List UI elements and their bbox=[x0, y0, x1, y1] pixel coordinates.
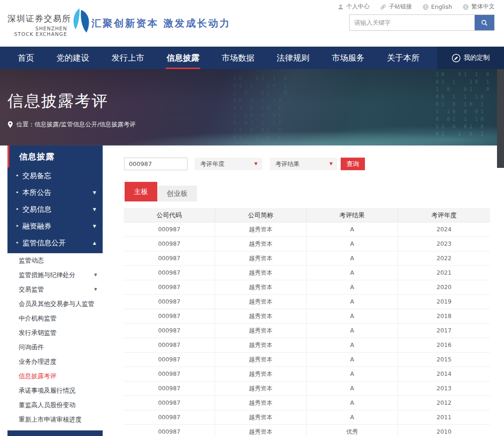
nav-item[interactable]: 市场服务 bbox=[321, 47, 376, 69]
nav-item-label: 市场服务 bbox=[332, 53, 364, 62]
subsite-links-link[interactable]: 子站链接 bbox=[380, 3, 412, 11]
sidebar-item[interactable]: 交易备忘 bbox=[7, 167, 103, 184]
table-row: 000987 越秀资本 A 2016 bbox=[124, 338, 490, 353]
toplink-label: 子站链接 bbox=[389, 3, 412, 11]
cell-company-name: 越秀资本 bbox=[215, 266, 307, 280]
scrollbar-thumb[interactable] bbox=[497, 69, 504, 168]
sidebar-subitem[interactable]: 承诺事项及履行情况 bbox=[7, 383, 103, 398]
sidebar-subitem[interactable]: 董监高人员股份变动 bbox=[7, 398, 103, 412]
board-tab[interactable]: 主板 bbox=[125, 182, 157, 201]
sidebar-subitem[interactable]: 业务办理进度 bbox=[7, 354, 103, 369]
nav-item[interactable]: 发行上市 bbox=[100, 47, 155, 69]
nav-item[interactable]: 市场数据 bbox=[210, 47, 266, 69]
user-icon bbox=[337, 4, 344, 10]
nav-item[interactable]: 信息披露 bbox=[155, 47, 210, 69]
sidebar-item[interactable]: 融资融券 ▼ bbox=[7, 218, 103, 235]
sidebar-subitem-label: 会员及其他交易参与人监管 bbox=[19, 300, 94, 307]
toplink-label: 繁体中文 bbox=[471, 3, 495, 11]
brand-name-en2: STOCK EXCHANGE bbox=[7, 31, 67, 37]
toplink-label: 个人中心 bbox=[346, 3, 370, 11]
site-search-button[interactable] bbox=[475, 15, 494, 30]
nav-item-label: 信息披露 bbox=[167, 53, 199, 62]
sidebar-item[interactable]: 本所公告 ▼ bbox=[7, 184, 103, 201]
table-row: 000987 越秀资本 A 2017 bbox=[124, 324, 490, 338]
col-header-eval-year: 考评年度 bbox=[398, 208, 490, 222]
sidebar-subitem-label: 监管动态 bbox=[19, 256, 44, 264]
english-link[interactable]: English bbox=[422, 3, 452, 10]
table-row: 000987 越秀资本 A 2011 bbox=[124, 410, 490, 425]
cell-company-code: 000987 bbox=[124, 237, 215, 251]
sidebar-item-label: 融资融券 bbox=[22, 222, 51, 230]
cell-company-code: 000987 bbox=[124, 324, 215, 338]
sidebar-item[interactable]: 监管信息公开 ▲ bbox=[7, 235, 103, 251]
sidebar-subitem[interactable]: 监管动态 bbox=[7, 253, 103, 268]
sidebar-next-section-bar bbox=[7, 430, 103, 436]
cell-eval-result: A bbox=[307, 280, 398, 294]
cell-eval-year: 2015 bbox=[398, 353, 490, 367]
sidebar-subitem[interactable]: 中介机构监管 bbox=[7, 311, 103, 325]
evaluation-result-label: 考评结果 bbox=[275, 160, 300, 167]
cell-company-name: 越秀资本 bbox=[215, 237, 307, 251]
site-search bbox=[349, 14, 495, 31]
cell-eval-result: A bbox=[307, 381, 398, 395]
pencil-circle-icon bbox=[452, 54, 461, 62]
sidebar-subitem-label: 发行承销监管 bbox=[19, 329, 56, 336]
cell-company-code: 000987 bbox=[124, 251, 215, 265]
evaluation-result-dropdown[interactable]: 考评结果 ▼ bbox=[270, 158, 337, 170]
sidebar-subitem[interactable]: 会员及其他交易参与人监管 bbox=[7, 297, 103, 311]
board-tab-label: 创业板 bbox=[167, 189, 188, 198]
evaluation-year-dropdown[interactable]: 考评年度 ▼ bbox=[195, 158, 262, 170]
cell-eval-result: A bbox=[307, 222, 398, 236]
sidebar-subitem[interactable]: 问询函件 bbox=[7, 340, 103, 354]
table-row: 000987 越秀资本 A 2014 bbox=[124, 367, 490, 381]
site-search-input[interactable] bbox=[350, 15, 475, 30]
cell-company-name: 越秀资本 bbox=[215, 338, 307, 352]
globe-icon bbox=[462, 4, 469, 10]
nav-item[interactable]: 党的建设 bbox=[45, 47, 100, 69]
sidebar-subitem[interactable]: 重新上市申请审核进度 bbox=[7, 412, 103, 427]
sidebar-subitem[interactable]: 交易监管 ▼ bbox=[7, 282, 103, 297]
location-pin-icon bbox=[7, 121, 13, 128]
personal-center-link[interactable]: 个人中心 bbox=[337, 3, 370, 11]
cell-company-name: 越秀资本 bbox=[215, 410, 307, 424]
cell-eval-result: A bbox=[307, 367, 398, 381]
cell-eval-year: 2011 bbox=[398, 410, 490, 424]
nav-item[interactable]: 关于本所 bbox=[376, 47, 431, 69]
table-header-row: 公司代码 公司简称 考评结果 考评年度 bbox=[124, 208, 490, 222]
board-tab[interactable]: 创业板 bbox=[157, 186, 197, 201]
cell-eval-result: A bbox=[307, 237, 398, 251]
cell-eval-year: 2010 bbox=[398, 425, 490, 436]
board-tab-label: 主板 bbox=[134, 187, 148, 196]
cell-company-name: 越秀资本 bbox=[215, 222, 307, 236]
nav-item[interactable]: 法律规则 bbox=[266, 47, 321, 69]
cell-eval-year: 2016 bbox=[398, 338, 490, 352]
cell-eval-year: 2019 bbox=[398, 295, 490, 309]
chevron-icon: ▼ bbox=[93, 201, 96, 218]
cell-eval-result: A bbox=[307, 251, 398, 265]
company-code-input[interactable] bbox=[124, 158, 188, 170]
query-button[interactable]: 查询 bbox=[341, 158, 365, 170]
cell-eval-result: A bbox=[307, 295, 398, 309]
sidebar-subitem[interactable]: 发行承销监管 bbox=[7, 325, 103, 340]
cell-company-name: 越秀资本 bbox=[215, 295, 307, 309]
table-row: 000987 越秀资本 优秀 2010 bbox=[124, 425, 490, 436]
table-row: 000987 越秀资本 A 2021 bbox=[124, 266, 490, 280]
my-customization-button[interactable]: 我的定制 bbox=[437, 47, 504, 69]
scrollbar-track bbox=[497, 69, 504, 436]
cell-eval-result: A bbox=[307, 266, 398, 280]
brand-logo[interactable]: 深圳证券交易所 SHENZHEN STOCK EXCHANGE bbox=[7, 7, 91, 37]
sidebar-item[interactable]: 交易信息 ▼ bbox=[7, 201, 103, 218]
table-row: 000987 越秀资本 A 2015 bbox=[124, 353, 490, 367]
nav-item-label: 首页 bbox=[18, 53, 34, 62]
cell-eval-year: 2014 bbox=[398, 367, 490, 381]
traditional-chinese-link[interactable]: 繁体中文 bbox=[462, 3, 495, 11]
table-row: 000987 越秀资本 A 2022 bbox=[124, 251, 490, 266]
sidebar-subitem[interactable]: 监管措施与纪律处分 ▼ bbox=[7, 268, 103, 282]
cell-eval-result: A bbox=[307, 410, 398, 424]
breadcrumb-text: 位置：信息披露/监管信息公开/信息披露考评 bbox=[16, 120, 136, 129]
nav-item[interactable]: 首页 bbox=[7, 47, 45, 69]
cell-eval-result: A bbox=[307, 338, 398, 352]
sidebar-subitem[interactable]: 信息披露考评 bbox=[7, 369, 103, 383]
breadcrumb: 位置：信息披露/监管信息公开/信息披露考评 bbox=[7, 120, 136, 129]
top-bar: 深圳证券交易所 SHENZHEN STOCK EXCHANGE 汇聚创新资本 激… bbox=[0, 0, 504, 47]
